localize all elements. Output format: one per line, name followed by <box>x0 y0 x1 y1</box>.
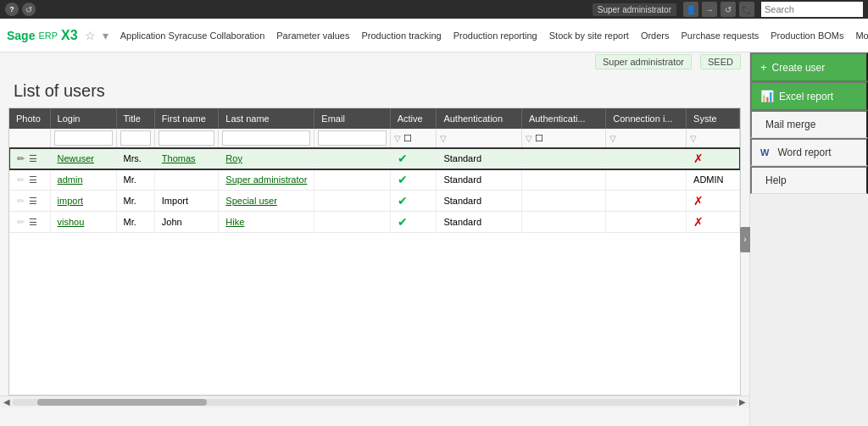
mail-merge-button[interactable]: Mail merge <box>750 110 868 138</box>
col-header-authi: Authenticati... <box>521 108 605 129</box>
login-link-0[interactable]: Newuser <box>58 153 94 163</box>
cell-active-2: ✔ <box>390 191 437 212</box>
filter-lastname-input[interactable] <box>222 130 310 146</box>
edit-btn-0[interactable]: ✏ <box>16 152 25 165</box>
detail-btn-1[interactable]: ☰ <box>28 174 38 186</box>
nav-item-purchase[interactable]: Purchase requests <box>676 27 765 44</box>
seed-badge: SEED <box>700 54 741 69</box>
nav-item-production-tracking[interactable]: Production tracking <box>357 27 447 44</box>
cell-authi-3 <box>521 212 605 233</box>
super-admin-badge: Super administrator <box>595 54 692 69</box>
cell-email-1 <box>314 169 390 191</box>
scroll-left-arrow[interactable]: ◀ <box>2 397 12 407</box>
edit-btn-3[interactable]: ✏ <box>16 216 25 229</box>
nav-dropdown-icon[interactable]: ▾ <box>103 29 108 42</box>
table-row[interactable]: ✏ ☰ import Mr. Import Special user <box>9 191 740 212</box>
filter-conn-icon: ▽ <box>609 134 616 143</box>
filter-email-input[interactable] <box>318 130 386 146</box>
filter-auth-icon: ▽ <box>440 134 447 143</box>
filter-login-input[interactable] <box>54 130 113 146</box>
cell-lastname-2: Special user <box>219 191 314 212</box>
cell-login-3: vishou <box>50 212 116 233</box>
lastname-link-0[interactable]: Roy <box>225 153 242 163</box>
cell-syste-1: ADMIN <box>687 169 740 191</box>
create-user-button[interactable]: + Create user <box>750 53 868 81</box>
detail-btn-2[interactable]: ☰ <box>28 195 38 207</box>
col-header-lastname: Last name <box>219 108 314 129</box>
login-link-3[interactable]: vishou <box>58 217 85 227</box>
search-input[interactable] <box>761 2 863 17</box>
word-report-button[interactable]: W Word report <box>750 138 868 166</box>
help-icon[interactable]: ? <box>5 3 19 16</box>
table-scrollbar[interactable]: ◀ ▶ <box>0 396 749 407</box>
detail-btn-3[interactable]: ☰ <box>28 216 38 229</box>
table-row[interactable]: ✏ ☰ admin Mr. Super administrator <box>9 169 740 191</box>
lastname-link-3[interactable]: Hike <box>225 217 244 227</box>
filter-auth: ▽ <box>437 129 522 148</box>
table-row[interactable]: ✏ ☰ vishou Mr. John Hike <box>9 212 740 233</box>
login-link-1[interactable]: admin <box>58 174 83 185</box>
logout-icon[interactable]: → <box>702 2 717 17</box>
sync-icon[interactable]: ↺ <box>721 2 736 17</box>
edit-btn-1[interactable]: ✏ <box>16 174 25 186</box>
filter-title-input[interactable] <box>120 130 151 146</box>
lastname-link-2[interactable]: Special user <box>225 196 277 206</box>
cell-syste-2: ✗ <box>687 191 740 212</box>
filter-firstname[interactable] <box>154 129 219 148</box>
nav-more-button[interactable]: More... <box>850 27 868 44</box>
users-table: Photo Login Title First name Last name E… <box>9 108 740 233</box>
scroll-thumb[interactable] <box>37 399 207 406</box>
excel-report-button[interactable]: 📊 Excel report <box>750 81 868 110</box>
firstname-link-0[interactable]: Thomas <box>162 153 196 163</box>
cell-photo-3: ✏ ☰ <box>9 212 50 233</box>
filter-photo <box>9 129 50 148</box>
cell-firstname-2: Import <box>154 191 219 212</box>
filter-login[interactable] <box>50 129 116 148</box>
phone-icon[interactable]: 📞 <box>739 2 754 17</box>
nav-item-production-boms[interactable]: Production BOMs <box>765 27 849 44</box>
scroll-track[interactable] <box>12 399 737 406</box>
nav-item-stock[interactable]: Stock by site report <box>544 27 634 44</box>
login-link-2[interactable]: import <box>58 196 84 206</box>
filter-active-checkbox[interactable]: ☐ <box>403 133 412 143</box>
filter-lastname[interactable] <box>219 129 314 148</box>
col-header-auth: Authentication <box>437 108 522 129</box>
system-icons: ? ↺ <box>5 3 36 16</box>
edit-btn-2[interactable]: ✏ <box>16 195 25 207</box>
refresh-icon[interactable]: ↺ <box>22 3 36 16</box>
nav-item-orders[interactable]: Orders <box>636 27 675 44</box>
filter-email[interactable] <box>314 129 390 148</box>
cell-conn-3 <box>606 212 687 233</box>
filter-firstname-input[interactable] <box>159 130 215 146</box>
table-row[interactable]: ✏ ☰ Newuser Mrs. Thomas Roy <box>9 148 740 169</box>
collapse-sidebar-button[interactable]: › <box>740 227 750 252</box>
nav-item-production-reporting[interactable]: Production reporting <box>448 27 542 44</box>
cell-auth-2: Standard <box>437 191 522 212</box>
cell-title-0: Mrs. <box>116 148 154 169</box>
excel-report-label: Excel report <box>779 91 833 102</box>
detail-btn-0[interactable]: ☰ <box>28 152 38 165</box>
filter-title[interactable] <box>116 129 154 148</box>
mail-merge-label: Mail merge <box>765 119 815 130</box>
favorite-icon[interactable]: ☆ <box>85 29 96 42</box>
cell-title-2: Mr. <box>116 191 154 212</box>
filter-active-icon: ▽ <box>394 134 401 143</box>
user-action-icons: 👤 → ↺ 📞 <box>683 2 754 17</box>
help-button[interactable]: Help <box>750 166 868 194</box>
lastname-link-1[interactable]: Super administrator <box>225 174 307 185</box>
word-icon: W <box>760 147 769 158</box>
filter-authi-checkbox[interactable]: ☐ <box>535 133 543 143</box>
users-table-container[interactable]: Photo Login Title First name Last name E… <box>8 108 741 396</box>
nav-item-application[interactable]: Application Syracuse Collaboration <box>115 27 270 44</box>
cell-title-3: Mr. <box>116 212 154 233</box>
cell-email-2 <box>314 191 390 212</box>
create-user-icon: + <box>760 61 767 74</box>
nav-item-parameter[interactable]: Parameter values <box>271 27 354 44</box>
scroll-right-arrow[interactable]: ▶ <box>737 397 748 407</box>
user-profile-icon[interactable]: 👤 <box>683 2 698 17</box>
filter-syste: ▽ <box>687 129 740 148</box>
cell-authi-0 <box>521 148 605 169</box>
session-bar: Super administrator SEED <box>0 53 749 71</box>
table-filter-row: ▽ ☐ ▽ ▽ ☐ ▽ <box>9 129 740 148</box>
system-bar: ? ↺ Super administrator 👤 → ↺ 📞 <box>0 0 868 19</box>
